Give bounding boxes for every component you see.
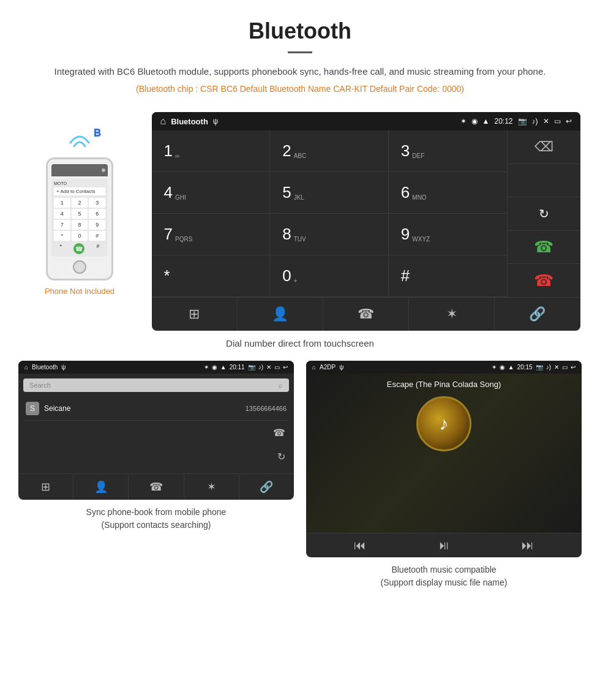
phone-key-9[interactable]: 9 xyxy=(89,220,105,230)
music-signal-icon: ▲ xyxy=(508,364,514,371)
contact-row-seicane[interactable]: S Seicane 13566664466 xyxy=(23,397,289,421)
dial-key-2-main: 2 xyxy=(282,141,291,160)
dial-key-2[interactable]: 2 ABC xyxy=(270,130,389,171)
dial-call-button[interactable]: ☎ xyxy=(508,231,580,265)
music-caption: Bluetooth music compatible (Support disp… xyxy=(381,563,508,589)
dial-key-5[interactable]: 5 JKL xyxy=(270,172,389,213)
dial-row-3: 7 PQRS 8 TUV 9 WXYZ xyxy=(152,214,507,255)
pb-side-phone-icon[interactable]: ☎ xyxy=(273,427,285,438)
phone-carrier: MOTO xyxy=(54,181,67,186)
play-pause-button[interactable]: ⏯ xyxy=(438,538,450,552)
dial-key-9-sub: WXYZ xyxy=(412,236,430,243)
phonebook-screen: ⌂ Bluetooth ψ ✶ ◉ ▲ 20:11 📷 ♪) ✕ ▭ ↩ xyxy=(18,361,294,500)
dial-row-4: * 0 + # xyxy=(152,255,507,297)
dial-key-9[interactable]: 9 WXYZ xyxy=(389,214,507,255)
phone-key-0[interactable]: 0 xyxy=(72,231,88,241)
phone-home-button[interactable] xyxy=(73,260,86,274)
prev-button[interactable]: ⏮ xyxy=(354,538,366,552)
pb-link-icon: 🔗 xyxy=(260,480,273,494)
phone-key-7[interactable]: 7 xyxy=(54,220,70,230)
phonebook-statusbar: ⌂ Bluetooth ψ ✶ ◉ ▲ 20:11 📷 ♪) ✕ ▭ ↩ xyxy=(18,361,294,374)
dial-refresh-button[interactable]: ↻ xyxy=(508,197,580,231)
phone-key-6[interactable]: 6 xyxy=(89,209,105,219)
dial-usb-icon: ψ xyxy=(213,117,219,126)
dial-backspace-button[interactable]: ⌫ xyxy=(508,130,580,164)
pb-home-icon: ⌂ xyxy=(24,364,28,371)
music-vol-icon: ♪) xyxy=(546,364,551,371)
music-bt-icon: ✶ xyxy=(492,364,497,371)
music-statusbar-left: ⌂ A2DP ψ xyxy=(312,364,343,371)
dial-calls-button[interactable]: ☎ xyxy=(323,298,409,331)
dial-key-hash[interactable]: # xyxy=(389,255,507,296)
page-description: Integrated with BC6 Bluetooth module, su… xyxy=(37,64,563,79)
dial-bluetooth-icon: ✶ xyxy=(460,117,467,126)
next-button[interactable]: ⏭ xyxy=(522,538,534,552)
dial-link-button[interactable]: 🔗 xyxy=(495,298,580,331)
phone-add-contacts: + Add to Contacts xyxy=(54,187,105,195)
phonebook-bottom-nav: ⊞ 👤 ☎ ✶ 🔗 xyxy=(18,473,294,500)
contact-letter: S xyxy=(26,402,39,415)
phone-key-4[interactable]: 4 xyxy=(54,209,70,219)
dial-key-4[interactable]: 4 GHI xyxy=(152,172,271,213)
pb-grid-button[interactable]: ⊞ xyxy=(18,474,73,500)
dial-key-8-main: 8 xyxy=(282,225,291,244)
dial-key-8[interactable]: 8 TUV xyxy=(270,214,389,255)
dial-signal-icon: ▲ xyxy=(482,117,490,126)
pb-side-refresh-icon[interactable]: ↻ xyxy=(277,451,285,462)
pb-grid-icon: ⊞ xyxy=(41,480,50,494)
dial-hangup-button[interactable]: ☎ xyxy=(508,264,580,297)
phone-call-button[interactable]: ☎ xyxy=(73,243,84,254)
dial-volume-icon: ♪) xyxy=(532,117,538,126)
phone-key-8[interactable]: 8 xyxy=(72,220,88,230)
dial-grid-button[interactable]: ⊞ xyxy=(152,298,238,331)
dial-keypad-area: 1 ∞ 2 ABC 3 DEF 4 GHI xyxy=(152,130,580,297)
phonebook-caption: Sync phone-book from mobile phone (Suppo… xyxy=(86,506,227,532)
music-controls: ⏮ ⏯ ⏭ xyxy=(306,533,582,557)
phone-key-5[interactable]: 5 xyxy=(72,209,88,219)
pb-vol-icon: ♪) xyxy=(258,364,263,371)
pb-user-button[interactable]: 👤 xyxy=(73,474,129,500)
dial-key-7[interactable]: 7 PQRS xyxy=(152,214,271,255)
dial-key-8-sub: TUV xyxy=(294,236,306,243)
phone-keypad: 1 2 3 4 5 6 7 8 9 * 0 # xyxy=(54,198,105,241)
contact-number: 13566664466 xyxy=(246,405,287,412)
dial-key-3[interactable]: 3 DEF xyxy=(389,130,507,171)
pb-calls-icon: ☎ xyxy=(149,480,163,494)
dial-key-7-main: 7 xyxy=(164,225,173,244)
pb-gps-icon: ◉ xyxy=(212,364,217,371)
dial-home-icon: ⌂ xyxy=(160,116,167,127)
phone-key-2[interactable]: 2 xyxy=(72,198,88,208)
call-green-icon: ☎ xyxy=(534,238,553,257)
title-divider xyxy=(288,51,312,53)
phone-key-star[interactable]: * xyxy=(54,231,70,241)
phone-key-1[interactable]: 1 xyxy=(54,198,70,208)
phone-key-hash[interactable]: # xyxy=(89,231,105,241)
pb-user-icon: 👤 xyxy=(94,480,108,494)
phonebook-caption-line1: Sync phone-book from mobile phone xyxy=(86,507,227,517)
pb-calls-button[interactable]: ☎ xyxy=(129,474,184,500)
phone-star-label: * xyxy=(60,243,62,254)
bluetooth-bottom-icon: ✶ xyxy=(446,306,457,322)
dial-window-icon: ▭ xyxy=(554,117,561,126)
dial-key-0-sub: + xyxy=(294,277,298,284)
pb-link-button[interactable]: 🔗 xyxy=(239,474,294,500)
dial-key-0[interactable]: 0 + xyxy=(270,255,389,296)
dial-key-1[interactable]: 1 ∞ xyxy=(152,130,271,171)
music-caption-line1: Bluetooth music compatible xyxy=(391,565,496,574)
music-statusbar: ⌂ A2DP ψ ✶ ◉ ▲ 20:15 📷 ♪) ✕ ▭ ↩ xyxy=(306,361,582,374)
dial-statusbar-left: ⌂ Bluetooth ψ xyxy=(160,116,219,127)
dial-key-6[interactable]: 6 MNO xyxy=(389,172,507,213)
pb-bt-button[interactable]: ✶ xyxy=(184,474,239,500)
dial-bluetooth-button[interactable]: ✶ xyxy=(409,298,495,331)
dial-contacts-button[interactable]: 👤 xyxy=(238,298,323,331)
dial-key-star[interactable]: * xyxy=(152,255,271,296)
music-x-icon: ✕ xyxy=(554,364,559,371)
pb-x-icon: ✕ xyxy=(266,364,271,371)
search-icon: ⌕ xyxy=(279,382,283,389)
phone-bottom-buttons: * ☎ # xyxy=(54,243,105,254)
dial-statusbar: ⌂ Bluetooth ψ ✶ ◉ ▲ 20:12 📷 ♪) ✕ ▭ ↩ xyxy=(152,112,580,130)
phonebook-search-bar[interactable]: Search ⌕ xyxy=(23,378,289,392)
backspace-icon: ⌫ xyxy=(534,139,553,155)
phone-key-3[interactable]: 3 xyxy=(89,198,105,208)
phone-camera-dot xyxy=(102,168,105,172)
